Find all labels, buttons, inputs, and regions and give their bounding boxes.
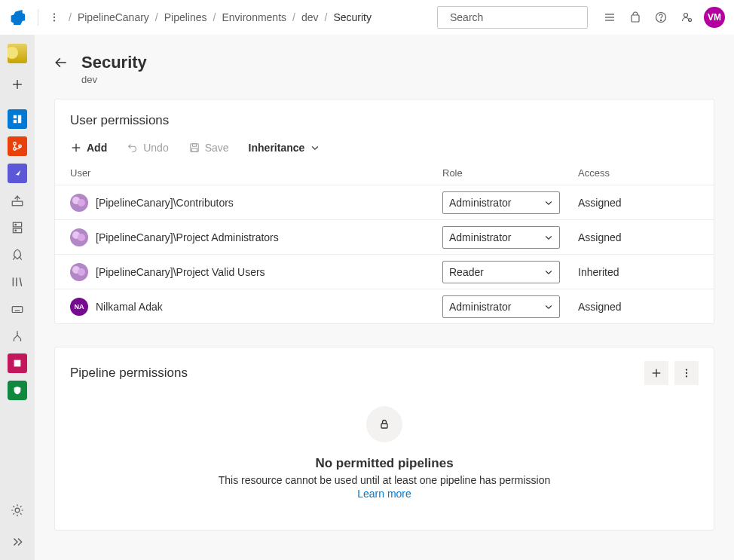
empty-subtitle: This resource cannot be used until at le… bbox=[219, 474, 550, 486]
role-select[interactable]: Administrator bbox=[442, 295, 560, 318]
breadcrumb-item-2[interactable]: Environments bbox=[222, 11, 286, 23]
svg-point-11 bbox=[684, 13, 688, 17]
access-value: Assigned bbox=[578, 231, 699, 243]
keyboard-icon[interactable] bbox=[6, 298, 29, 320]
svg-point-19 bbox=[14, 148, 17, 151]
taskgroup-icon[interactable] bbox=[6, 325, 29, 347]
empty-title: No permitted pipelines bbox=[315, 456, 453, 471]
list-icon[interactable] bbox=[597, 5, 622, 30]
breadcrumb-item-1[interactable]: Pipelines bbox=[164, 11, 207, 23]
breadcrumb-item-3[interactable]: dev bbox=[301, 11, 319, 23]
permissions-table-header: User Role Access bbox=[70, 154, 699, 185]
search-box[interactable] bbox=[437, 6, 588, 29]
back-button[interactable] bbox=[54, 56, 68, 69]
topbar: / PipelineCanary / Pipelines / Environme… bbox=[0, 0, 734, 35]
svg-rect-8 bbox=[632, 15, 639, 22]
chevron-down-icon bbox=[544, 268, 553, 277]
inheritance-label: Inheritance bbox=[249, 142, 305, 154]
breadcrumb-sep: / bbox=[69, 11, 72, 23]
role-select[interactable]: Reader bbox=[442, 261, 560, 283]
library-icon[interactable] bbox=[6, 271, 29, 293]
pipeline-empty-state: No permitted pipelines This resource can… bbox=[55, 399, 714, 530]
pipeline-more-button[interactable] bbox=[674, 361, 699, 385]
plus-icon[interactable] bbox=[6, 73, 29, 96]
svg-rect-37 bbox=[191, 148, 197, 151]
svg-rect-17 bbox=[14, 120, 17, 123]
nav-rail bbox=[0, 35, 35, 560]
artifacts-icon[interactable] bbox=[6, 352, 29, 375]
svg-point-1 bbox=[54, 16, 55, 17]
svg-rect-22 bbox=[13, 222, 21, 227]
svg-point-41 bbox=[686, 372, 687, 374]
svg-point-12 bbox=[689, 18, 692, 21]
user-name: [PipelineCanary]\Contributors bbox=[96, 197, 234, 209]
group-avatar-icon bbox=[70, 228, 88, 246]
settings-icon[interactable] bbox=[6, 499, 29, 522]
breadcrumb-item-4[interactable]: Security bbox=[333, 11, 372, 23]
server-icon[interactable] bbox=[6, 216, 29, 239]
shopping-bag-icon[interactable] bbox=[622, 5, 648, 30]
more-icon[interactable] bbox=[41, 5, 67, 30]
group-avatar-icon bbox=[70, 194, 88, 212]
user-settings-icon[interactable] bbox=[674, 5, 699, 30]
role-value: Administrator bbox=[449, 231, 511, 243]
deploy-icon[interactable] bbox=[6, 189, 29, 212]
table-row[interactable]: [PipelineCanary]\Project Administrators … bbox=[55, 219, 714, 254]
svg-rect-23 bbox=[13, 228, 21, 233]
pipeline-permissions-card: Pipeline permissions No permitted pipeli… bbox=[54, 347, 714, 531]
svg-point-42 bbox=[686, 375, 687, 377]
help-icon[interactable] bbox=[648, 5, 674, 30]
user-name: [PipelineCanary]\Project Administrators bbox=[96, 231, 279, 243]
table-row[interactable]: [PipelineCanary]\Contributors Administra… bbox=[55, 185, 714, 219]
breadcrumb: / PipelineCanary / Pipelines / Environme… bbox=[69, 11, 372, 23]
rocket-icon[interactable] bbox=[6, 243, 29, 266]
access-value: Assigned bbox=[578, 197, 699, 209]
role-select[interactable]: Administrator bbox=[442, 226, 560, 249]
save-icon bbox=[188, 142, 200, 154]
table-row[interactable]: NANilkamal Adak Administrator Assigned bbox=[55, 289, 714, 323]
pipeline-permissions-title: Pipeline permissions bbox=[70, 366, 638, 381]
breadcrumb-item-0[interactable]: PipelineCanary bbox=[78, 11, 149, 23]
expand-icon[interactable] bbox=[6, 531, 29, 553]
table-row[interactable]: [PipelineCanary]\Project Valid Users Rea… bbox=[55, 254, 714, 289]
svg-rect-43 bbox=[381, 424, 387, 428]
svg-point-25 bbox=[15, 230, 17, 231]
user-permissions-title: User permissions bbox=[70, 113, 699, 128]
user-avatar-icon: NA bbox=[70, 298, 88, 316]
learn-more-link[interactable]: Learn more bbox=[357, 488, 411, 500]
project-icon[interactable] bbox=[8, 44, 27, 63]
inheritance-dropdown[interactable]: Inheritance bbox=[249, 142, 322, 154]
divider bbox=[38, 9, 38, 26]
search-input[interactable] bbox=[448, 11, 583, 24]
user-permissions-toolbar: Add Undo Save Inheritance bbox=[70, 142, 699, 154]
lock-icon bbox=[366, 406, 402, 442]
add-pipeline-button[interactable] bbox=[644, 361, 668, 385]
save-label: Save bbox=[205, 142, 229, 154]
boards-icon[interactable] bbox=[6, 108, 29, 130]
svg-point-40 bbox=[686, 369, 687, 370]
page-subtitle: dev bbox=[81, 74, 147, 85]
save-button: Save bbox=[188, 142, 229, 154]
role-value: Administrator bbox=[449, 301, 511, 313]
user-avatar[interactable]: VM bbox=[704, 7, 725, 28]
pipelines-icon[interactable] bbox=[6, 162, 29, 185]
chevron-down-icon bbox=[309, 142, 321, 154]
repos-icon[interactable] bbox=[6, 135, 29, 158]
svg-point-0 bbox=[54, 13, 55, 14]
add-button[interactable]: Add bbox=[70, 142, 107, 154]
role-value: Administrator bbox=[449, 197, 511, 209]
undo-label: Undo bbox=[143, 142, 168, 154]
col-user: User bbox=[70, 167, 442, 179]
user-name: [PipelineCanary]\Project Valid Users bbox=[96, 266, 265, 278]
svg-rect-29 bbox=[12, 307, 23, 313]
svg-rect-15 bbox=[14, 115, 17, 118]
azure-devops-logo[interactable] bbox=[0, 0, 35, 35]
col-access: Access bbox=[578, 167, 699, 179]
role-select[interactable]: Administrator bbox=[442, 191, 560, 214]
svg-point-10 bbox=[660, 20, 661, 20]
add-label: Add bbox=[87, 142, 107, 154]
compliance-icon[interactable] bbox=[6, 379, 29, 402]
svg-point-18 bbox=[14, 142, 17, 145]
plus-icon bbox=[70, 142, 82, 154]
access-value: Assigned bbox=[578, 301, 699, 313]
